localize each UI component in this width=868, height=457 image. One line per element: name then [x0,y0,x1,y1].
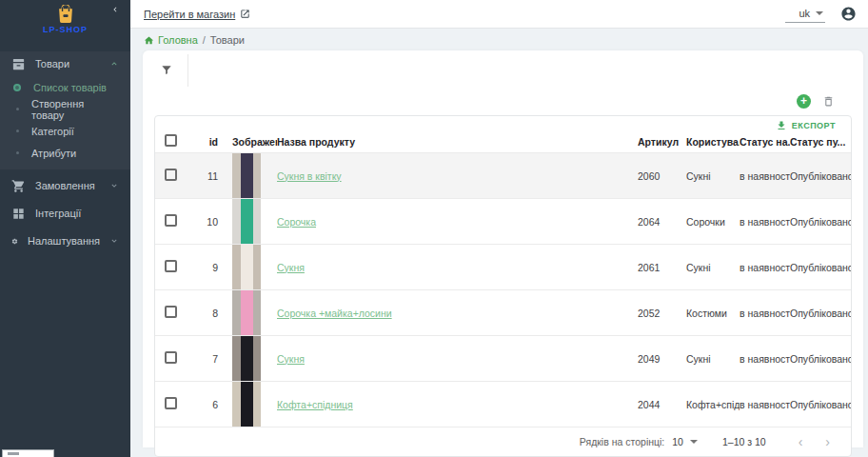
widgets-icon [11,207,26,221]
column-header-availability: Статус на... [740,134,790,153]
product-name-link[interactable]: Сорочка +майка+лосини [277,308,392,319]
sidebar-item-settings[interactable]: Налаштування [0,229,130,252]
row-checkbox[interactable] [165,397,177,409]
home-icon [144,35,154,46]
product-availability-status: в наявності [740,336,790,382]
product-category: Сукні [686,336,740,382]
product-id: 8 [197,290,222,336]
pagination-range: 1–10 з 10 [722,436,766,447]
table-row[interactable]: 7 Сукня 2049 Сукні в наявності Опубліков… [155,336,851,382]
table-row[interactable]: 6 Кофта+спідниця 2044 Кофта+спідниц в на… [155,382,851,427]
product-category: Сукні [686,153,740,199]
sidebar-item-attributes[interactable]: Атрибути [0,142,130,164]
product-sku: 2064 [638,199,686,245]
main-panel: + ЕКСПОРТ id Зображення На [143,50,863,447]
row-checkbox[interactable] [165,169,177,181]
product-sku: 2049 [638,336,686,382]
table-row[interactable]: 9 Сукня 2061 Сукні в наявності Опубліков… [155,245,851,290]
external-link-icon [240,9,250,19]
product-sku: 2052 [638,290,686,336]
filter-button[interactable] [158,62,175,79]
account-circle-icon [840,6,857,22]
sidebar-item-label: Категорії [31,126,74,137]
locale-select[interactable]: uk [785,6,825,23]
sidebar-item-label: Замовлення [35,180,100,191]
sidebar-header: LP-SHOP [0,0,130,46]
row-checkbox[interactable] [165,351,177,364]
filter-funnel-icon [160,64,173,77]
caret-down-icon [690,440,698,444]
sidebar-item-products[interactable]: Товари [0,51,130,76]
row-checkbox[interactable] [165,306,177,318]
product-image[interactable] [232,336,261,381]
topbar-right: uk [785,6,857,23]
sidebar-nav: Товари Список товарів Створення товару К… [0,46,130,252]
product-sku: 2060 [638,153,686,199]
products-table: id Зображення Назва продукту Артикул Кор… [155,134,851,427]
download-icon [776,120,787,131]
table-row[interactable]: 11 Сукня в квітку 2060 Сукні в наявності… [155,153,851,199]
active-bullet-icon [13,84,21,91]
bullet-icon [16,108,19,110]
sidebar-collapse-icon[interactable] [108,3,122,16]
row-checkbox[interactable] [165,260,177,272]
next-page-button[interactable]: › [814,434,841,449]
product-name-link[interactable]: Кофта+спідниця [277,399,353,410]
product-sku: 2044 [638,382,686,427]
product-availability-status: в наявності [740,245,790,290]
locale-value: uk [799,8,810,19]
rows-per-page-select[interactable]: 10 [672,436,698,447]
column-header-publish: Статус пу... [790,134,851,153]
product-name-link[interactable]: Сорочка [277,216,316,228]
product-image[interactable] [232,245,261,289]
sidebar-item-label: Атрибути [31,148,76,159]
sidebar-item-label: Інтеграції [35,208,119,219]
add-product-button[interactable]: + [797,94,811,109]
product-id: 9 [197,245,222,290]
table-pagination: Рядків на сторінці: 10 1–10 з 10 ‹ › [155,427,851,456]
product-id: 10 [197,199,222,245]
export-button[interactable]: ЕКСПОРТ [155,116,851,134]
sidebar-item-categories[interactable]: Категорії [0,120,130,142]
sidebar-item-product-list[interactable]: Список товарів [0,76,130,98]
breadcrumb-home-label: Головна [158,34,198,46]
breadcrumb-current: Товари [210,34,245,46]
delete-button[interactable] [822,95,835,108]
sidebar-item-label: Список товарів [33,82,107,93]
product-category: Сукні [686,245,740,290]
product-publish-status: Опубліковано [790,199,851,245]
product-image[interactable] [232,290,261,335]
sidebar-item-product-create[interactable]: Створення товару [0,98,130,120]
product-id: 7 [197,336,222,382]
shopping-bag-icon [55,5,76,23]
product-image[interactable] [232,199,261,244]
browser-status-tooltip [2,449,54,457]
product-publish-status: Опубліковано [790,290,851,336]
product-image[interactable] [232,153,261,198]
product-name-link[interactable]: Сукня в квітку [277,170,342,182]
table-row[interactable]: 10 Сорочка 2064 Сорочки в наявності Опуб… [155,199,851,245]
sidebar-item-integrations[interactable]: Інтеграції [0,202,130,225]
row-checkbox[interactable] [165,214,177,227]
product-name-link[interactable]: Сукня [277,353,305,365]
product-publish-status: Опубліковано [790,153,851,199]
product-availability-status: в наявності [740,382,790,427]
sidebar-item-orders[interactable]: Замовлення [0,174,130,197]
product-category: Костюми [686,290,740,336]
select-all-checkbox[interactable] [165,134,177,147]
product-id: 6 [197,382,222,427]
breadcrumb-home-link[interactable]: Головна [144,34,198,46]
rows-per-page-label: Рядків на сторінці: [580,436,664,447]
bullet-icon [16,151,19,154]
product-name-link[interactable]: Сукня [277,262,305,273]
previous-page-button[interactable]: ‹ [787,434,815,449]
product-sku: 2061 [638,245,686,290]
product-category: Сорочки [686,199,740,245]
breadcrumb-separator: / [203,34,206,46]
account-button[interactable] [840,6,857,22]
chevron-down-icon [109,236,119,246]
products-table-card: ЕКСПОРТ id Зображення Назва продукту Арт… [154,115,852,457]
go-to-shop-link[interactable]: Перейти в магазин [144,9,250,20]
product-image[interactable] [232,382,261,427]
table-row[interactable]: 8 Сорочка +майка+лосини 2052 Костюми в н… [155,290,851,336]
